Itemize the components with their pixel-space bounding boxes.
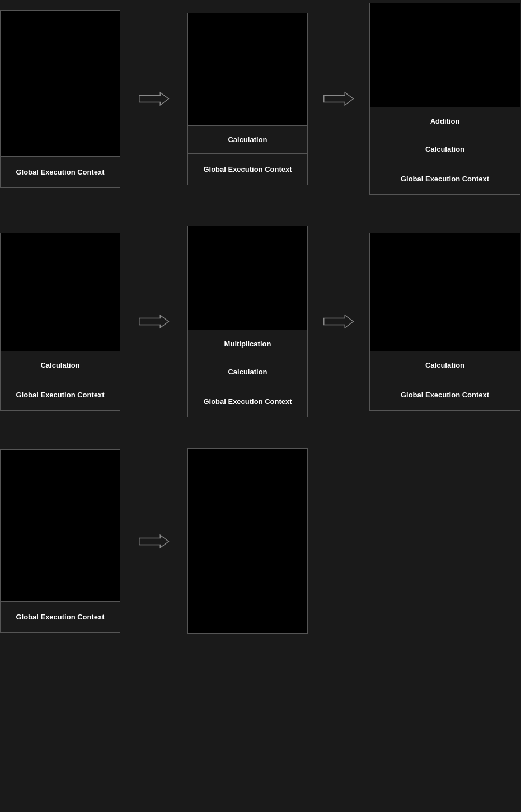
arrow-icon xyxy=(322,89,355,109)
row2-card2-label-mult: Multiplication xyxy=(188,330,307,358)
svg-marker-4 xyxy=(139,535,169,548)
row2-card1-label-calc: Calculation xyxy=(1,351,120,379)
svg-marker-2 xyxy=(139,315,169,328)
row1-card1-label-global: Global Execution Context xyxy=(1,156,120,187)
row1-card2-label-global: Global Execution Context xyxy=(188,153,307,185)
row2-card2-label-global: Global Execution Context xyxy=(188,386,307,417)
arrow-icon xyxy=(137,312,171,331)
svg-marker-3 xyxy=(324,315,354,328)
row1-card1-image xyxy=(1,11,120,156)
arrow-icon xyxy=(137,532,171,551)
row2-card1-label-global: Global Execution Context xyxy=(1,379,120,410)
row3-card1-label-global: Global Execution Context xyxy=(1,601,120,632)
row1-card3-label-global: Global Execution Context xyxy=(370,163,520,194)
row1-card3-label-calc: Calculation xyxy=(370,135,520,163)
row1-card3-label-addition: Addition xyxy=(370,107,520,135)
row1-card2-image xyxy=(188,13,307,125)
row1-arrow1 xyxy=(120,89,187,109)
row3-arrow1 xyxy=(120,532,187,551)
row2-card2: Multiplication Calculation Global Execut… xyxy=(187,226,308,417)
row1-card3-image xyxy=(370,3,520,107)
arrow-icon xyxy=(322,312,355,331)
row-2: Calculation Global Execution Context Mul… xyxy=(0,198,521,420)
row2-card3-label-global: Global Execution Context xyxy=(370,379,520,410)
row2-arrow1 xyxy=(120,312,187,331)
row2-card1-image xyxy=(1,233,120,351)
row3-card2-image xyxy=(188,449,307,633)
arrow-icon xyxy=(137,89,171,109)
row-1: Global Execution Context Calculation Glo… xyxy=(0,0,521,198)
row2-card3: Calculation Global Execution Context xyxy=(369,233,520,411)
page-container: Global Execution Context Calculation Glo… xyxy=(0,0,521,637)
svg-marker-1 xyxy=(324,92,354,105)
row1-card1: Global Execution Context xyxy=(0,10,120,188)
row2-card1: Calculation Global Execution Context xyxy=(0,233,120,411)
row3-card1: Global Execution Context xyxy=(0,449,120,633)
row3-card1-image xyxy=(1,450,120,601)
row2-card3-label-calc: Calculation xyxy=(370,351,520,379)
row1-card2-label-calc: Calculation xyxy=(188,125,307,153)
row2-arrow2 xyxy=(308,312,369,331)
row1-card2: Calculation Global Execution Context xyxy=(187,13,308,185)
row-3: Global Execution Context xyxy=(0,420,521,637)
row2-card2-label-calc: Calculation xyxy=(188,358,307,386)
row2-card3-image xyxy=(370,233,520,351)
row1-card3: Addition Calculation Global Execution Co… xyxy=(369,3,520,195)
svg-marker-0 xyxy=(139,92,169,105)
row2-card2-image xyxy=(188,226,307,330)
row3-card2 xyxy=(187,448,308,634)
row1-arrow2 xyxy=(308,89,369,109)
